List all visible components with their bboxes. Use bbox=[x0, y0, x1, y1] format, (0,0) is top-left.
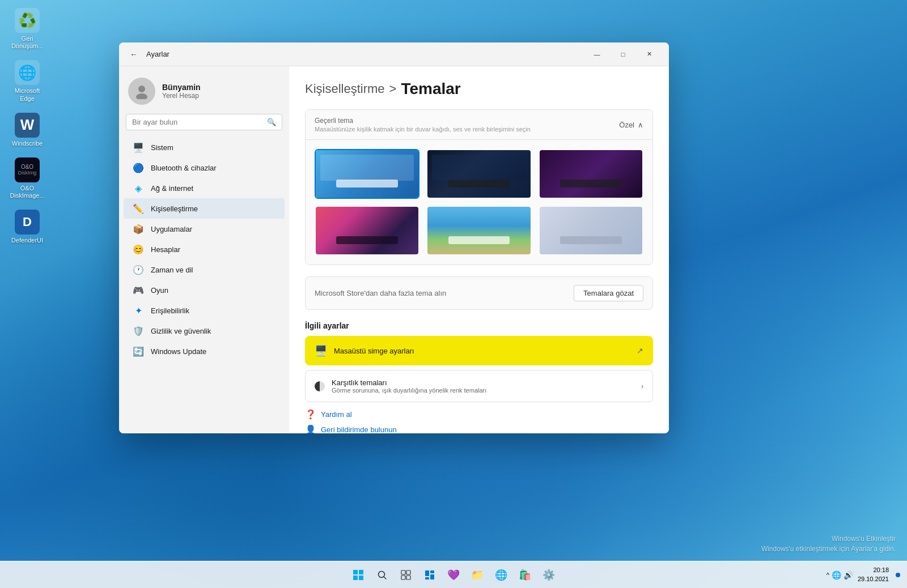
edge-taskbar-button[interactable]: 🌐 bbox=[491, 565, 511, 585]
desktop-icon-windscribe[interactable]: W Windscribe bbox=[6, 110, 49, 150]
back-button[interactable]: ← bbox=[126, 46, 142, 62]
sidebar-item-label: Zaman ve dil bbox=[151, 266, 193, 274]
desktop-icon-defenderui[interactable]: D DefenderUI bbox=[6, 207, 49, 246]
settings-taskbar-button[interactable]: ⚙️ bbox=[539, 565, 559, 585]
title-bar: ← Ayarlar — □ ✕ bbox=[119, 42, 669, 66]
maximize-button[interactable]: □ bbox=[610, 45, 636, 63]
breadcrumb-parent: Kişiselleştirme bbox=[305, 82, 385, 96]
current-theme-label: Geçerli tema bbox=[315, 117, 531, 125]
svg-rect-14 bbox=[425, 577, 429, 580]
external-link-icon: ↗ bbox=[637, 346, 643, 355]
current-theme-desc: Masaüstünüze kişilik katmak için bir duv… bbox=[315, 126, 531, 133]
taskbar-clock[interactable]: 20:18 29.10.2021 bbox=[858, 566, 889, 583]
theme-thumbnail-2[interactable] bbox=[426, 149, 531, 199]
taskbar-search-button[interactable] bbox=[372, 565, 392, 585]
user-type: Yerel Hesap bbox=[162, 92, 201, 100]
network-icon: ◈ bbox=[133, 182, 144, 194]
svg-rect-5 bbox=[359, 576, 363, 580]
theme-thumbnail-6[interactable] bbox=[539, 206, 643, 255]
contrast-sublabel: Görme sorununa, ışık duyarlılığına yönel… bbox=[332, 387, 486, 394]
theme-grid bbox=[306, 140, 652, 265]
theme-thumbnail-5[interactable] bbox=[426, 206, 531, 255]
related-item-desktop-icons[interactable]: 🖥️ Masaüstü simge ayarları ↗ bbox=[305, 336, 653, 365]
start-button[interactable] bbox=[348, 565, 368, 585]
task-view-button[interactable] bbox=[396, 565, 416, 585]
svg-rect-11 bbox=[406, 576, 410, 580]
theme-thumbnail-3[interactable] bbox=[539, 149, 643, 199]
browse-themes-button[interactable]: Temalara gözat bbox=[574, 285, 643, 301]
desktop-icon-setting-icon: 🖥️ bbox=[315, 344, 327, 357]
sidebar-item-apps[interactable]: 📦 Uygulamalar bbox=[124, 219, 285, 239]
taskbar-right: ^ 🌐 🔊 20:18 29.10.2021 bbox=[827, 566, 900, 583]
svg-rect-4 bbox=[353, 576, 358, 580]
sidebar-item-bluetooth[interactable]: 🔵 Bluetooth & cihazlar bbox=[124, 157, 285, 178]
theme-thumbnail-1[interactable] bbox=[315, 149, 419, 199]
help-icon: ❓ bbox=[305, 409, 316, 420]
sidebar-item-privacy[interactable]: 🛡️ Gizlilik ve güvenlik bbox=[124, 321, 285, 341]
taskbar-center: 💜 📁 🌐 🛍️ ⚙️ bbox=[348, 565, 559, 585]
sidebar-item-label: Erişilebilirlik bbox=[151, 306, 189, 315]
contrast-label: Karşıtlık temaları bbox=[332, 378, 486, 387]
desktop-icon-edge[interactable]: 🌐 MicrosoftEdge bbox=[6, 58, 49, 104]
chevron-right-icon: › bbox=[641, 382, 643, 390]
sidebar-item-label: Gizlilik ve güvenlik bbox=[151, 327, 211, 335]
theme-section: Geçerli tema Masaüstünüze kişilik katmak… bbox=[305, 109, 653, 265]
desktop-icon-recycle-bin[interactable]: ♻️ Geri Dönüşüm... bbox=[6, 6, 49, 52]
theme-header[interactable]: Geçerli tema Masaüstünüze kişilik katmak… bbox=[306, 110, 652, 140]
sidebar-item-sistem[interactable]: 🖥️ Sistem bbox=[124, 137, 285, 157]
svg-rect-8 bbox=[401, 570, 405, 574]
sidebar-item-label: Ağ & internet bbox=[151, 184, 193, 193]
sidebar-item-accessibility[interactable]: ✦ Erişilebilirlik bbox=[124, 300, 285, 321]
contrast-icon bbox=[315, 381, 325, 391]
user-profile[interactable]: Bünyamin Yerel Hesap bbox=[119, 73, 289, 114]
feedback-icon: 👤 bbox=[305, 424, 316, 433]
widgets-button[interactable] bbox=[419, 565, 440, 585]
feedback-link[interactable]: 👤 Geri bildirimde bulunun bbox=[305, 424, 653, 433]
related-settings-title: İlgili ayarlar bbox=[305, 321, 653, 330]
minimize-button[interactable]: — bbox=[584, 45, 610, 63]
search-icon: 🔍 bbox=[267, 118, 276, 126]
theme-thumbnail-4[interactable] bbox=[315, 206, 419, 255]
sidebar-item-accounts[interactable]: 😊 Hesaplar bbox=[124, 239, 285, 259]
taskbar: 💜 📁 🌐 🛍️ ⚙️ ^ 🌐 🔊 20:18 29.10.2021 bbox=[0, 561, 907, 588]
user-name: Bünyamin bbox=[162, 83, 201, 92]
accounts-icon: 😊 bbox=[133, 244, 144, 255]
close-button[interactable]: ✕ bbox=[636, 45, 662, 63]
feedback-label: Geri bildirimde bulunun bbox=[321, 425, 397, 433]
sidebar-item-label: Uygulamalar bbox=[151, 225, 192, 233]
sidebar-item-label: Windows Update bbox=[151, 347, 206, 356]
help-link[interactable]: ❓ Yardım al bbox=[305, 409, 653, 420]
teams-button[interactable]: 💜 bbox=[443, 565, 464, 585]
sidebar-item-personalization[interactable]: ✏️ Kişiselleştirme bbox=[124, 198, 285, 219]
theme-badge: Özel bbox=[619, 121, 634, 129]
network-icon: 🌐 bbox=[832, 570, 841, 580]
theme-header-toggle[interactable]: Özel ∧ bbox=[619, 121, 643, 129]
window-body: Bünyamin Yerel Hesap 🔍 🖥️ Sistem 🔵 Bluet… bbox=[119, 66, 669, 433]
tray-chevron-icon: ^ bbox=[827, 572, 829, 578]
desktop-icon-diskimage[interactable]: O&O DiskImg O&ODiskImage... bbox=[6, 155, 49, 202]
sidebar-item-windows-update[interactable]: 🔄 Windows Update bbox=[124, 341, 285, 361]
footer-links: ❓ Yardım al 👤 Geri bildirimde bulunun bbox=[305, 409, 653, 433]
sistem-icon: 🖥️ bbox=[133, 142, 144, 153]
system-tray[interactable]: ^ 🌐 🔊 bbox=[827, 570, 853, 580]
search-input[interactable] bbox=[132, 118, 262, 126]
sidebar-item-network[interactable]: ◈ Ağ & internet bbox=[124, 178, 285, 198]
svg-rect-12 bbox=[425, 570, 429, 576]
store-taskbar-button[interactable]: 🛍️ bbox=[515, 565, 535, 585]
svg-line-7 bbox=[384, 577, 386, 579]
related-item-contrast[interactable]: Karşıtlık temaları Görme sorununa, ışık … bbox=[305, 370, 653, 402]
svg-rect-10 bbox=[401, 576, 405, 580]
store-text: Microsoft Store'dan daha fazla tema alın bbox=[315, 289, 446, 297]
time-icon: 🕐 bbox=[133, 264, 144, 275]
help-label: Yardım al bbox=[321, 410, 352, 419]
file-explorer-button[interactable]: 📁 bbox=[467, 565, 488, 585]
sidebar-item-gaming[interactable]: 🎮 Oyun bbox=[124, 280, 285, 300]
accessibility-icon: ✦ bbox=[133, 305, 144, 316]
main-content: Kişiselleştirme > Temalar Geçerli tema M… bbox=[289, 66, 669, 433]
svg-rect-9 bbox=[406, 570, 410, 574]
sidebar-item-time[interactable]: 🕐 Zaman ve dil bbox=[124, 259, 285, 280]
search-box[interactable]: 🔍 bbox=[126, 114, 282, 130]
store-section: Microsoft Store'dan daha fazla tema alın… bbox=[305, 276, 653, 310]
desktop-icons: ♻️ Geri Dönüşüm... 🌐 MicrosoftEdge W Win… bbox=[6, 6, 49, 247]
sidebar-item-label: Sistem bbox=[151, 143, 173, 152]
